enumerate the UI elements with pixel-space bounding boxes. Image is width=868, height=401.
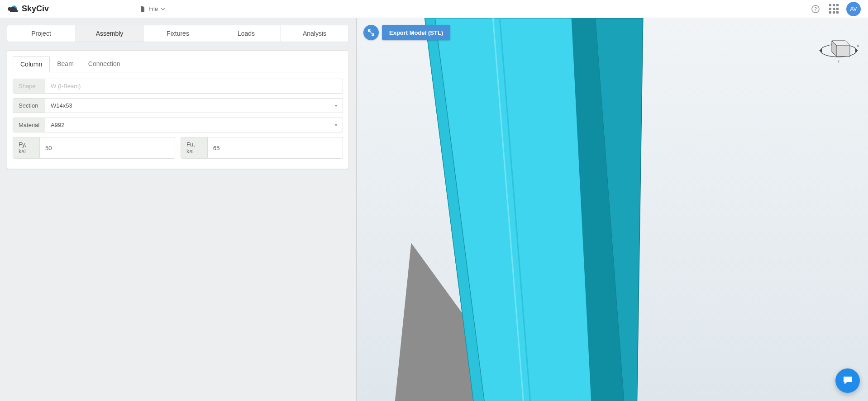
user-avatar[interactable]: AV bbox=[846, 2, 861, 16]
top-bar: SkyCiv File ? AV bbox=[0, 0, 868, 18]
file-menu[interactable]: File bbox=[139, 5, 168, 12]
file-icon bbox=[139, 6, 146, 12]
expand-icon bbox=[367, 29, 375, 36]
caret-down-icon: ▾ bbox=[335, 123, 337, 127]
svg-marker-17 bbox=[819, 49, 822, 52]
export-model-button[interactable]: Export Model (STL) bbox=[382, 25, 450, 40]
fu-label: Fu, ksi bbox=[181, 137, 208, 159]
section-value: W14x53 bbox=[51, 102, 72, 109]
subtab-connection[interactable]: Connection bbox=[81, 56, 128, 72]
brand-logo: SkyCiv bbox=[7, 4, 49, 14]
subtab-column[interactable]: Column bbox=[13, 56, 50, 72]
chat-support-button[interactable] bbox=[835, 368, 860, 393]
apps-button[interactable] bbox=[828, 4, 839, 14]
fu-pair: Fu, ksi bbox=[181, 137, 343, 159]
row-section: Section W14x53 ▾ bbox=[13, 98, 343, 113]
material-label: Material bbox=[13, 118, 45, 132]
svg-marker-16 bbox=[855, 49, 858, 52]
assembly-subtabs: Column Beam Connection bbox=[13, 56, 343, 72]
brand-icon bbox=[7, 5, 19, 14]
export-model-label: Export Model (STL) bbox=[389, 29, 443, 36]
axis-z-label: z bbox=[838, 59, 839, 63]
left-panel: Project Assembly Fixtures Loads Analysis… bbox=[0, 18, 356, 401]
tab-analysis[interactable]: Analysis bbox=[281, 25, 348, 42]
svg-marker-15 bbox=[836, 45, 850, 57]
svg-text:?: ? bbox=[814, 6, 817, 12]
avatar-initials: AV bbox=[850, 6, 857, 12]
fy-pair: Fy, ksi bbox=[13, 137, 175, 159]
chat-icon bbox=[842, 375, 854, 387]
assembly-panel: Column Beam Connection Shape W (I-Beam) … bbox=[7, 50, 349, 169]
top-right-icons: ? AV bbox=[810, 2, 861, 16]
row-strength: Fy, ksi Fu, ksi bbox=[13, 137, 343, 159]
main-tabs: Project Assembly Fixtures Loads Analysis bbox=[7, 25, 349, 42]
tab-assembly[interactable]: Assembly bbox=[76, 25, 144, 42]
main-split: Project Assembly Fixtures Loads Analysis… bbox=[0, 18, 868, 401]
tab-project[interactable]: Project bbox=[7, 25, 76, 42]
material-value: A992 bbox=[51, 122, 64, 128]
fy-input[interactable] bbox=[45, 145, 169, 151]
section-select[interactable]: W14x53 ▾ bbox=[45, 98, 343, 113]
help-icon: ? bbox=[811, 5, 820, 13]
section-label: Section bbox=[13, 98, 45, 113]
material-select[interactable]: A992 ▾ bbox=[45, 118, 343, 132]
brand-name: SkyCiv bbox=[22, 4, 49, 14]
viewport-3d[interactable]: Export Model (STL) x z bbox=[356, 18, 868, 401]
caret-down-icon: ▾ bbox=[335, 103, 337, 108]
help-button[interactable]: ? bbox=[810, 4, 821, 14]
column-render bbox=[357, 18, 868, 401]
expand-viewport-button[interactable] bbox=[363, 25, 379, 40]
shape-value: W (I-Beam) bbox=[45, 79, 343, 94]
tab-loads[interactable]: Loads bbox=[212, 25, 281, 42]
fu-input-wrap bbox=[208, 137, 343, 159]
axis-x-label: x bbox=[857, 44, 859, 48]
chevron-down-icon bbox=[161, 7, 165, 11]
apps-grid-icon bbox=[829, 4, 839, 14]
fu-input[interactable] bbox=[213, 145, 337, 151]
row-material: Material A992 ▾ bbox=[13, 118, 343, 132]
subtab-beam[interactable]: Beam bbox=[50, 56, 81, 72]
orientation-cube[interactable]: x z bbox=[818, 32, 859, 63]
fy-input-wrap bbox=[40, 137, 175, 159]
tab-fixtures[interactable]: Fixtures bbox=[144, 25, 212, 42]
row-shape: Shape W (I-Beam) bbox=[13, 79, 343, 94]
shape-label: Shape bbox=[13, 79, 45, 94]
fy-label: Fy, ksi bbox=[13, 137, 40, 159]
file-menu-label: File bbox=[148, 5, 158, 12]
